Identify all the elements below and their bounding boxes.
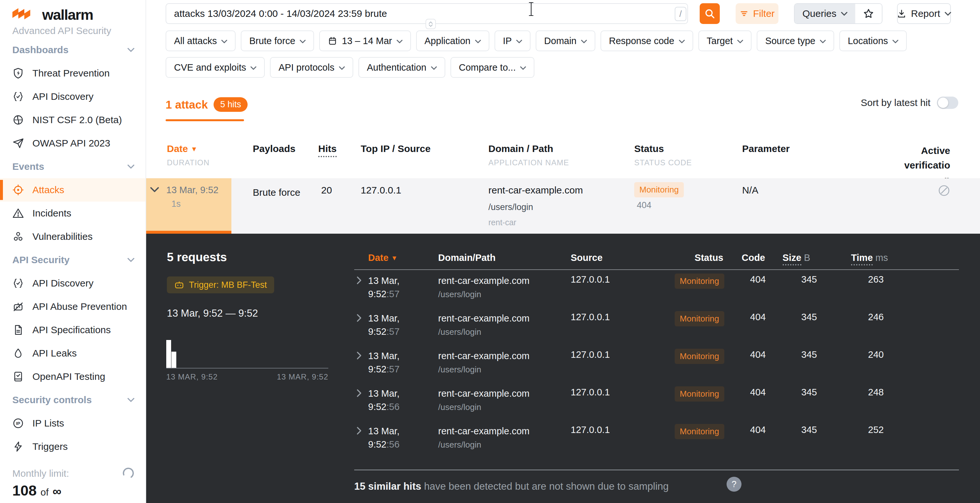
- chevron-down-icon: [221, 40, 227, 43]
- sidebar-item-vulnerabilities[interactable]: Vulnerabilities: [0, 225, 145, 248]
- request-row[interactable]: 13 Mar,9:52:56 rent-car-example.com/user…: [145, 424, 980, 462]
- chip-target[interactable]: Target: [698, 30, 752, 51]
- chevron-right-icon[interactable]: [356, 314, 362, 322]
- chevron-down-icon: [516, 40, 522, 43]
- chip-locations[interactable]: Locations: [839, 30, 907, 51]
- filter-icon: [740, 9, 749, 18]
- toggle-knob: [938, 97, 948, 108]
- sidebar-item-api-specifications[interactable]: API Specifications: [0, 318, 145, 342]
- attack-row-date-cell[interactable]: 13 Mar, 9:52 1s: [145, 178, 231, 234]
- sidebar-item-api-leaks[interactable]: API Leaks: [0, 342, 145, 365]
- request-row[interactable]: 13 Mar,9:52:57 rent-car-example.com/user…: [145, 311, 980, 349]
- chevron-down-icon: [127, 398, 135, 402]
- queries-button[interactable]: Queries: [795, 4, 855, 23]
- sidebar-section-security-controls[interactable]: Security controls: [0, 388, 145, 412]
- monthly-limit: Monthly limit: 108 of ∞: [12, 468, 137, 499]
- chevron-down-icon: [737, 40, 743, 43]
- sidebar-item-openapi-testing[interactable]: OpenAPI Testing: [0, 365, 145, 388]
- chip-response-code[interactable]: Response code: [600, 30, 693, 51]
- help-icon[interactable]: ?: [727, 477, 741, 492]
- chevron-right-icon[interactable]: [356, 276, 362, 285]
- attack-path: /users/login: [488, 202, 533, 212]
- sidebar-section-api-security[interactable]: API Security: [0, 248, 145, 272]
- logo-wordmark: wallarm: [42, 6, 93, 23]
- chip-all-attacks[interactable]: All attacks: [165, 30, 235, 51]
- chevron-right-icon[interactable]: [356, 389, 362, 397]
- favorite-button[interactable]: [855, 4, 882, 23]
- chevron-down-icon: [581, 40, 587, 43]
- request-time: 246: [868, 312, 884, 323]
- sidebar-item-attacks[interactable]: Attacks: [0, 178, 145, 202]
- sampling-note: 15 similar hits have been detected but a…: [354, 481, 668, 492]
- sidebar-item-api-discovery-2[interactable]: API Discovery: [0, 272, 145, 295]
- warning-triangle-icon: [12, 207, 24, 219]
- chip-compare-to[interactable]: Compare to...: [450, 57, 535, 78]
- wallarm-logo[interactable]: wallarm: [12, 6, 93, 23]
- column-application-name: APPLICATION NAME: [488, 158, 569, 167]
- column-payloads: Payloads: [253, 143, 296, 154]
- req-column-time[interactable]: Time ms: [851, 253, 888, 263]
- search-resize-handle[interactable]: [425, 19, 436, 29]
- sidebar-item-incidents[interactable]: Incidents: [0, 202, 145, 225]
- req-column-date[interactable]: Date ▼: [368, 253, 398, 263]
- filter-button[interactable]: Filter: [736, 3, 778, 24]
- chip-authentication[interactable]: Authentication: [358, 57, 445, 78]
- search-button[interactable]: [700, 3, 720, 24]
- sidebar-item-owasp-api[interactable]: OWASP API 2023: [0, 132, 145, 155]
- chevron-right-icon[interactable]: [356, 427, 362, 435]
- queries-group: Queries: [794, 3, 883, 24]
- report-button[interactable]: Report: [897, 3, 951, 24]
- request-date: 13 Mar,9:52:57: [368, 274, 399, 301]
- req-column-size[interactable]: Size B: [783, 253, 810, 263]
- sidebar-section-dashboards[interactable]: Dashboards: [0, 38, 145, 62]
- sidebar-section-events[interactable]: Events: [0, 155, 145, 178]
- request-row[interactable]: 13 Mar,9:52:57 rent-car-example.com/user…: [145, 274, 980, 311]
- hits-badge: 5 hits: [213, 97, 248, 112]
- chip-date-range[interactable]: 13 – 14 Mar: [319, 30, 411, 51]
- attack-application: rent-car: [488, 218, 516, 227]
- request-row[interactable]: 13 Mar,9:52:56 rent-car-example.com/user…: [145, 386, 980, 424]
- sort-label: Sort by latest hit: [861, 97, 931, 108]
- column-hits[interactable]: Hits: [318, 143, 337, 157]
- requests-count-title: 5 requests: [167, 250, 227, 264]
- sidebar-item-api-discovery[interactable]: API Discovery: [0, 85, 145, 108]
- selected-row-indicator: [145, 231, 231, 234]
- attack-row[interactable]: 13 Mar, 9:52 1s Brute force 20 127.0.0.1…: [145, 178, 980, 234]
- chip-source-type[interactable]: Source type: [757, 30, 834, 51]
- request-size: 345: [802, 425, 817, 435]
- request-date: 13 Mar,9:52:57: [368, 349, 399, 376]
- prohibited-icon[interactable]: [937, 184, 950, 197]
- sidebar-item-ip-lists[interactable]: IP IP Lists: [0, 412, 145, 435]
- chevron-down-icon: [841, 12, 848, 16]
- request-domain-path: rent-car-example.com/users/login: [438, 349, 530, 376]
- request-time: 252: [868, 425, 884, 435]
- sidebar-item-triggers[interactable]: Triggers: [0, 435, 145, 458]
- request-source: 127.0.0.1: [571, 274, 610, 285]
- column-date[interactable]: Date ▼: [167, 143, 197, 154]
- wallarm-console: wallarm Advanced API Security Dashboards…: [0, 0, 980, 503]
- svg-text:IP: IP: [16, 421, 21, 426]
- chip-domain[interactable]: Domain: [536, 30, 595, 51]
- chevron-down-icon: [429, 24, 433, 27]
- chip-cve-exploits[interactable]: CVE and exploits: [165, 57, 265, 78]
- chip-ip[interactable]: IP: [495, 30, 530, 51]
- req-column-source: Source: [571, 253, 603, 263]
- chevron-down-icon: [250, 66, 256, 70]
- chevron-down-icon: [475, 40, 481, 43]
- chevron-down-icon: [397, 40, 402, 43]
- sidebar-item-threat-prevention[interactable]: Threat Prevention: [0, 62, 145, 85]
- chip-brute-force[interactable]: Brute force: [241, 30, 314, 51]
- request-row[interactable]: 13 Mar,9:52:57 rent-car-example.com/user…: [145, 349, 980, 386]
- chevron-right-icon[interactable]: [356, 351, 362, 360]
- sidebar-item-nist-csf[interactable]: NIST CSF 2.0 (Beta): [0, 108, 145, 132]
- chip-api-protocols[interactable]: API protocols: [270, 57, 353, 78]
- sidebar-item-api-abuse-prevention[interactable]: API Abuse Prevention: [0, 295, 145, 318]
- attacks-table-header: Date ▼ DURATION Payloads Hits Top IP / S…: [145, 143, 980, 178]
- sort-toggle[interactable]: [937, 97, 958, 109]
- status-badge: Monitoring: [675, 349, 724, 364]
- status-badge: Monitoring: [675, 274, 724, 289]
- request-domain-path: rent-car-example.com/users/login: [438, 312, 530, 339]
- request-time: 248: [868, 387, 884, 398]
- request-time: 240: [868, 349, 884, 360]
- chip-application[interactable]: Application: [416, 30, 489, 51]
